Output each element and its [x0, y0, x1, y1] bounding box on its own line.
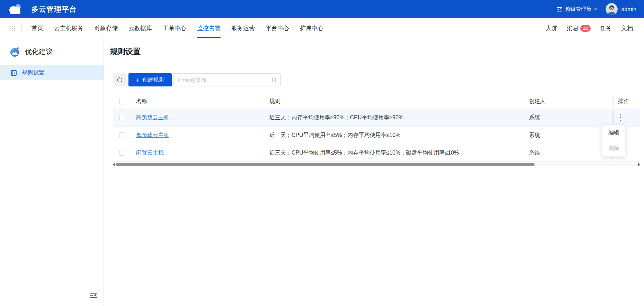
sidebar-header: 优化建议	[0, 38, 104, 65]
nav-tabs: 首页 云主机服务 对象存储 云数据库 工单中心 监控告警 服务运营 平台中心 扩…	[32, 18, 323, 38]
scrollbar-thumb[interactable]	[116, 163, 535, 166]
nav-link-tasks[interactable]: 任务	[600, 24, 612, 32]
cloud-logo-icon	[8, 3, 22, 15]
nav-tab-extension-center[interactable]: 扩展中心	[300, 18, 323, 38]
rule-name-link[interactable]: 低负载云主机	[136, 132, 169, 138]
refresh-icon	[117, 77, 123, 83]
scroll-left-arrow-icon[interactable]	[113, 163, 115, 166]
message-count-badge: 12	[580, 25, 591, 32]
sidebar-item-rule-settings[interactable]: 规则设置	[0, 65, 104, 80]
rule-name-link[interactable]: 高负载云主机	[136, 114, 169, 120]
top-header-bar: 多云管理平台 超级管理员	[0, 0, 644, 18]
nav-tab-home[interactable]: 首页	[32, 18, 43, 38]
role-switcher[interactable]: 超级管理员	[556, 6, 597, 12]
nav-tab-cloud-db[interactable]: 云数据库	[128, 18, 152, 38]
column-header-rule: 规则	[269, 98, 529, 105]
row-checkbox[interactable]	[119, 115, 125, 120]
table-row: 高负载云主机 近三天；内存平均使用率≥90%；CPU平均使用率≥90% 系统	[113, 109, 640, 127]
main-area: 规则设置 + 创建规则	[104, 38, 644, 306]
refresh-button[interactable]	[113, 73, 127, 86]
scrollbar-track[interactable]	[116, 163, 637, 166]
nav-link-messages[interactable]: 消息 12	[567, 24, 591, 32]
app-title: 多云管理平台	[31, 4, 77, 14]
menu-item-delete: 删除	[602, 141, 625, 156]
rule-creator: 系统	[529, 149, 614, 157]
search-box	[173, 73, 281, 86]
role-name: 超级管理员	[565, 6, 591, 12]
row-checkbox[interactable]	[119, 150, 125, 156]
sidebar-item-label: 规则设置	[22, 69, 44, 76]
content: + 创建规则 名称 规则 创建人 操作	[104, 65, 644, 167]
apps-grid-icon[interactable]	[9, 25, 15, 31]
scroll-right-arrow-icon[interactable]	[638, 163, 640, 166]
nav-link-bigscreen[interactable]: 大屏	[546, 24, 557, 32]
username[interactable]: admin	[621, 6, 636, 12]
toolbar: + 创建规则	[113, 73, 640, 86]
column-header-name: 名称	[136, 98, 269, 105]
role-badge-icon	[556, 6, 563, 12]
nav-tab-platform-center[interactable]: 平台中心	[266, 18, 289, 38]
horizontal-scrollbar	[113, 162, 640, 167]
rule-creator: 系统	[529, 114, 614, 121]
nav-divider	[21, 25, 22, 32]
sidebar: 优化建议 规则设置	[0, 38, 104, 306]
messages-label: 消息	[567, 24, 579, 32]
nav-tab-object-storage[interactable]: 对象存储	[94, 18, 118, 38]
avatar[interactable]	[606, 3, 618, 15]
rule-description: 近三天；CPU平均使用率≤5%；内存平均使用率≤10%；磁盘平均使用率≤10%	[269, 149, 529, 157]
sidebar-title: 优化建议	[25, 47, 53, 56]
rule-creator: 系统	[529, 132, 614, 139]
search-icon[interactable]	[271, 77, 277, 83]
rules-table: 名称 规则 创建人 操作 高负载云主机 近三天；内存平均使用率≥90%；CPU平…	[113, 94, 640, 162]
table-row: 低负载云主机 近三天；CPU平均使用率≤5%；内存平均使用率≤10% 系统	[113, 127, 640, 144]
optimization-ball-icon	[10, 47, 20, 57]
table-header-row: 名称 规则 创建人 操作	[113, 94, 640, 109]
nav-tab-ticket-center[interactable]: 工单中心	[163, 18, 186, 38]
plus-icon: +	[136, 77, 140, 83]
rule-description: 近三天；内存平均使用率≥90%；CPU平均使用率≥90%	[269, 114, 529, 121]
collapse-sidebar-button[interactable]	[89, 292, 98, 298]
page-header: 规则设置	[104, 38, 644, 65]
nav-tab-monitor-alert[interactable]: 监控告警	[197, 18, 221, 38]
create-rule-button[interactable]: + 创建规则	[128, 73, 172, 86]
rule-description: 近三天；CPU平均使用率≤5%；内存平均使用率≤10%	[269, 132, 529, 139]
nav-tab-cloud-host[interactable]: 云主机服务	[54, 18, 83, 38]
nav-link-docs[interactable]: 文档	[621, 24, 633, 32]
select-all-checkbox[interactable]	[119, 99, 125, 104]
search-input[interactable]	[173, 73, 281, 86]
row-checkbox[interactable]	[119, 132, 125, 138]
main-navbar: 首页 云主机服务 对象存储 云数据库 工单中心 监控告警 服务运营 平台中心 扩…	[0, 18, 644, 38]
rule-name-link[interactable]: 闲置云主机	[136, 150, 164, 156]
rules-doc-icon	[10, 69, 17, 76]
chevron-down-icon	[593, 8, 597, 10]
page-title: 规则设置	[110, 46, 141, 57]
create-rule-label: 创建规则	[142, 76, 164, 84]
row-actions-button[interactable]	[618, 113, 623, 122]
column-header-creator: 创建人	[529, 98, 614, 105]
column-header-actions: 操作	[614, 94, 640, 109]
nav-tab-service-ops[interactable]: 服务运营	[231, 18, 255, 38]
table-row: 闲置云主机 近三天；CPU平均使用率≤5%；内存平均使用率≤10%；磁盘平均使用…	[113, 144, 640, 162]
menu-item-edit[interactable]: 编辑	[602, 125, 625, 141]
row-actions-menu: 编辑 删除	[602, 125, 626, 157]
